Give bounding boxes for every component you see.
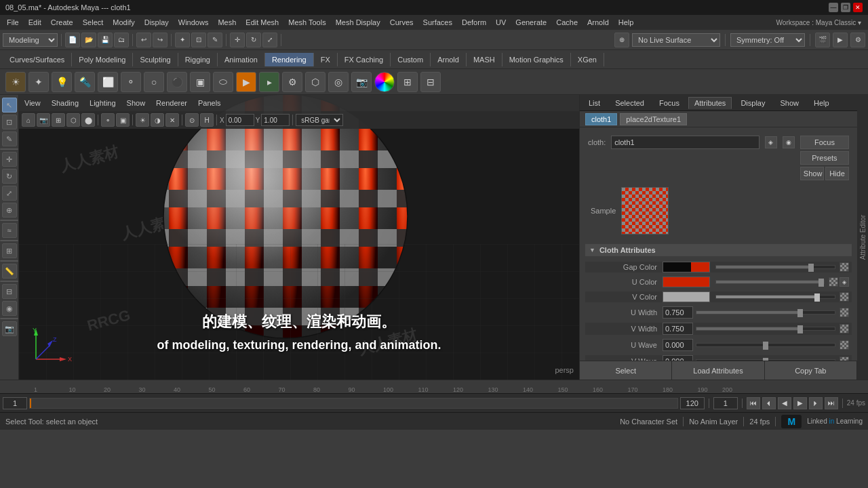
u-wave-checker[interactable] [840,340,849,350]
vp-coord-x[interactable] [226,114,254,126]
no-live-surface-dropdown[interactable]: No Live Surface [632,33,720,47]
shelf-xgen[interactable]: XGen [571,53,604,66]
vp-xray-btn[interactable]: ✕ [165,113,179,127]
save-scene-btn[interactable]: 💾 [98,33,113,47]
select-tool-btn[interactable]: ✦ [175,33,190,47]
mode-dropdown[interactable]: Modeling Rigging Animation Rendering FX [3,33,58,47]
paint-select-tool[interactable]: ✎ [2,131,17,146]
shelf-fx-caching[interactable]: FX Caching [338,53,391,66]
presets-button[interactable]: Presets [800,151,849,165]
shelf-icon-vol-light[interactable]: ⚬ [121,72,141,92]
menu-file[interactable]: File [3,17,23,28]
snap-to-grid[interactable]: ⊟ [2,284,17,299]
shelf-motion-graphics[interactable]: Motion Graphics [502,53,571,66]
gap-color-checker[interactable] [840,262,849,272]
u-wave-slider[interactable] [696,343,835,347]
shelf-icon-cube[interactable]: ▣ [190,72,210,92]
vp-menu-shading[interactable]: Shading [52,99,79,107]
shelf-arnold[interactable]: Arnold [431,53,467,66]
render-btn[interactable]: 🎬 [815,33,830,47]
rotate-btn[interactable]: ↻ [246,33,261,47]
play-prev-frame[interactable]: ⏴ [762,397,776,409]
menu-select[interactable]: Select [79,17,108,28]
shelf-icon-color[interactable] [374,72,395,92]
universal-manip[interactable]: ⊕ [2,203,17,218]
cloth-attrs-section[interactable]: ▼ Cloth Attributes [585,244,852,256]
cloth-icon-btn1[interactable]: ◈ [765,136,777,148]
shelf-icon-sun[interactable]: ☀ [5,72,26,92]
v-color-checker[interactable] [840,292,849,302]
menu-curves[interactable]: Curves [386,17,418,28]
ae-tab-selected[interactable]: Selected [609,97,650,109]
gap-color-slider[interactable] [715,265,835,269]
vp-bkg-btn[interactable]: ▣ [116,113,130,127]
redo-btn[interactable]: ↪ [153,33,167,47]
close-button[interactable]: ✕ [853,3,863,12]
shelf-poly-modeling[interactable]: Poly Modeling [72,53,133,66]
timeline-scrubber[interactable] [29,398,678,409]
vp-grid-btn[interactable]: ⊞ [52,113,65,127]
lasso-tool-btn[interactable]: ⊡ [191,33,206,47]
u-width-val[interactable] [663,306,693,319]
v-wave-slider[interactable] [696,359,835,361]
menu-create[interactable]: Create [47,17,77,28]
shelf-icon-hypershade[interactable]: ⬡ [305,72,326,92]
shelf-icon-render-cam[interactable]: 📷 [351,72,372,92]
gap-color-swatch[interactable] [663,262,710,272]
shelf-icon-spot-light[interactable]: 🔦 [75,72,95,92]
focus-button[interactable]: Focus [800,136,849,149]
camera-tool[interactable]: 📷 [2,321,17,336]
v-width-val[interactable] [663,323,693,335]
ae-tab-focus[interactable]: Focus [653,97,686,109]
select-tool[interactable]: ↖ [2,98,17,113]
ae-tab-attributes[interactable]: Attributes [688,97,732,109]
ae-tab-help[interactable]: Help [808,97,835,109]
vp-menu-lighting[interactable]: Lighting [90,99,116,107]
vp-home-btn[interactable]: ⌂ [22,113,35,127]
hide-button[interactable]: Hide [825,167,849,180]
vp-menu-renderer[interactable]: Renderer [156,99,187,107]
v-color-swatch[interactable] [663,291,710,302]
vp-isolate-btn[interactable]: ⊙ [185,113,199,127]
shelf-icon-dir-light[interactable]: ✦ [28,72,49,92]
save-as-btn[interactable]: 🗂 [114,33,129,47]
shelf-sculpting[interactable]: Sculpting [133,53,178,66]
shelf-icon-mat-viewer[interactable]: ◎ [328,72,349,92]
vp-menu-view[interactable]: View [24,99,41,107]
shelf-custom[interactable]: Custom [391,53,431,66]
menu-mesh-tools[interactable]: Mesh Tools [284,17,330,28]
play-jump-end[interactable]: ⏭ [825,397,838,409]
move-tool[interactable]: ✛ [2,152,17,167]
restore-button[interactable]: ❐ [841,3,850,12]
ae-copy-tab-btn[interactable]: Copy Tab [765,361,857,380]
scale-tool[interactable]: ⤢ [2,186,17,201]
menu-modify[interactable]: Modify [108,17,138,28]
ae-tab-display[interactable]: Display [734,97,771,109]
vp-wire-btn[interactable]: ⬡ [66,113,80,127]
ae-node-cloth1[interactable]: cloth1 [585,113,617,125]
u-color-checker[interactable] [829,277,838,287]
shelf-icon-render[interactable]: ▶ [236,72,256,92]
shelf-icon-area-light[interactable]: ⬜ [98,72,118,92]
shelf-icon-amb-light[interactable]: ○ [144,72,164,92]
shelf-icon-point-light[interactable]: 💡 [52,72,72,92]
play-fwd[interactable]: ▶ [793,397,807,409]
v-width-slider[interactable] [696,327,835,331]
u-width-slider[interactable] [696,310,835,314]
vp-shaded-btn[interactable]: ⬤ [81,113,95,127]
vp-shadow-btn[interactable]: ◑ [151,113,164,127]
undo-btn[interactable]: ↩ [136,33,151,47]
shelf-curves-surfaces[interactable]: Curves/Surfaces [3,53,72,66]
viewport[interactable]: 人人素材 RRCG 人人素材 RRCG RRCG 人人素材 View Shadi… [19,95,579,380]
u-color-swatch[interactable] [663,277,710,287]
shelf-fx[interactable]: FX [314,53,338,66]
shelf-icon-render-settings[interactable]: ⚙ [282,72,302,92]
shelf-rendering[interactable]: Rendering [265,53,314,66]
lasso-tool[interactable]: ⊡ [2,115,17,129]
u-color-slider[interactable] [715,280,825,284]
paint-tool-btn[interactable]: ✎ [208,33,222,47]
shelf-rigging[interactable]: Rigging [178,53,218,66]
vp-hud-btn[interactable]: H [200,113,214,127]
ae-load-attrs-btn[interactable]: Load Attributes [672,361,764,380]
shelf-icon-sphere[interactable]: ⚫ [167,72,187,92]
